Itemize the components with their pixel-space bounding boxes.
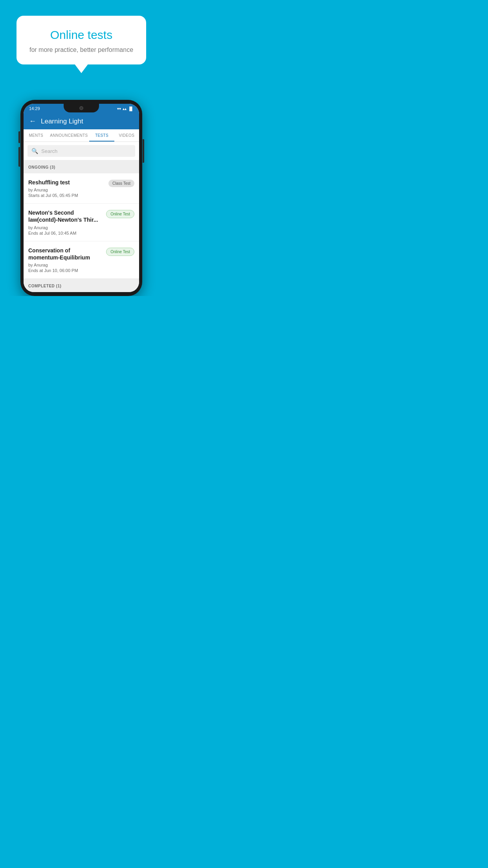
phone-notch — [64, 104, 99, 112]
test-name: Reshuffling test — [28, 179, 105, 186]
list-item[interactable]: Reshuffling test by Anurag Starts at Jul… — [24, 173, 139, 204]
tab-ments[interactable]: MENTS — [24, 129, 48, 142]
phone-mockup: 14:29 ▾▾ ▴▴ ▐▌ ← Learning Light MENTS AN… — [20, 100, 142, 296]
test-badge-online: Online Test — [106, 210, 134, 218]
battery-icon: ▐▌ — [128, 107, 134, 111]
phone-outer: 14:29 ▾▾ ▴▴ ▐▌ ← Learning Light MENTS AN… — [20, 100, 142, 296]
test-date: Ends at Jun 10, 06:00 PM — [28, 268, 103, 273]
back-button[interactable]: ← — [29, 117, 36, 125]
tab-announcements[interactable]: ANNOUNCEMENTS — [48, 129, 89, 142]
search-container: 🔍 Search — [24, 142, 139, 160]
tab-tests[interactable]: TESTS — [89, 129, 114, 142]
test-by: by Anurag — [28, 188, 105, 192]
tabs-bar: MENTS ANNOUNCEMENTS TESTS VIDEOS — [24, 129, 139, 142]
test-by: by Anurag — [28, 225, 103, 230]
test-date: Starts at Jul 05, 05:45 PM — [28, 193, 105, 198]
test-badge-class: Class Test — [108, 180, 134, 187]
test-info: Newton's Second law(contd)-Newton's Thir… — [28, 209, 106, 235]
side-button-left-bottom — [18, 147, 20, 167]
test-name: Newton's Second law(contd)-Newton's Thir… — [28, 209, 103, 223]
test-info: Reshuffling test by Anurag Starts at Jul… — [28, 179, 108, 198]
speech-bubble: Online tests for more practice, better p… — [17, 16, 146, 64]
list-item[interactable]: Newton's Second law(contd)-Newton's Thir… — [24, 204, 139, 241]
ongoing-section-header: ONGOING (3) — [24, 160, 139, 173]
tab-videos[interactable]: VIDEOS — [114, 129, 139, 142]
app-bar: ← Learning Light — [24, 113, 139, 129]
phone-screen: 14:29 ▾▾ ▴▴ ▐▌ ← Learning Light MENTS AN… — [24, 104, 139, 292]
search-input[interactable]: Search — [41, 148, 57, 154]
app-title: Learning Light — [41, 118, 83, 125]
test-badge-online-2: Online Test — [106, 248, 134, 256]
search-icon: 🔍 — [31, 148, 38, 154]
list-item[interactable]: Conservation of momentum-Equilibrium by … — [24, 241, 139, 279]
ongoing-label: ONGOING (3) — [28, 165, 55, 169]
side-button-right — [143, 139, 144, 163]
signal-icon: ▴▴ — [123, 107, 127, 111]
status-icons: ▾▾ ▴▴ ▐▌ — [117, 107, 134, 111]
wifi-icon: ▾▾ — [117, 107, 121, 111]
promo-area: Online tests for more practice, better p… — [0, 0, 163, 88]
promo-title: Online tests — [28, 28, 135, 42]
completed-label: COMPLETED (1) — [28, 284, 61, 288]
test-list: Reshuffling test by Anurag Starts at Jul… — [24, 173, 139, 279]
front-camera — [79, 106, 83, 110]
completed-section-header: COMPLETED (1) — [24, 279, 139, 292]
test-date: Ends at Jul 06, 10:45 AM — [28, 231, 103, 235]
side-button-left-top — [18, 131, 20, 143]
status-time: 14:29 — [29, 106, 40, 111]
test-info: Conservation of momentum-Equilibrium by … — [28, 247, 106, 273]
promo-subtitle: for more practice, better performance — [28, 46, 135, 53]
search-input-wrap[interactable]: 🔍 Search — [28, 145, 135, 157]
test-name: Conservation of momentum-Equilibrium — [28, 247, 103, 261]
test-by: by Anurag — [28, 263, 103, 267]
